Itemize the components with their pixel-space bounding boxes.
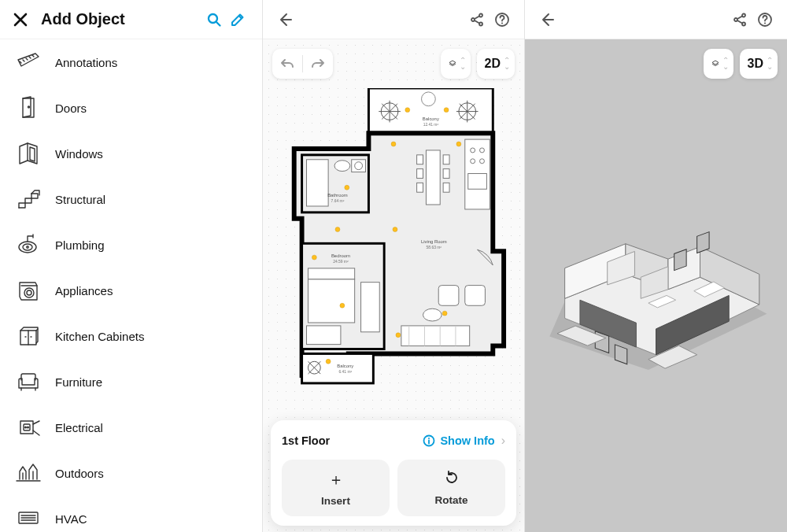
editor-2d-panel: ⌃⌄ 2D ⌃⌄ xyxy=(262,0,524,532)
room-area: 7.64 m² xyxy=(331,199,345,203)
category-label: Furniture xyxy=(55,375,102,389)
svg-point-7 xyxy=(25,427,27,428)
pencil-icon xyxy=(230,12,246,28)
search-button[interactable] xyxy=(202,8,226,31)
edit-button[interactable] xyxy=(226,8,249,31)
svg-point-53 xyxy=(335,227,340,232)
canvas-2d[interactable]: ⌃⌄ 2D ⌃⌄ xyxy=(263,39,524,532)
room-area: 12.41 m² xyxy=(423,123,439,127)
rotate-button[interactable]: Rotate xyxy=(397,460,505,516)
close-button[interactable] xyxy=(8,7,33,32)
view-mode-label: 2D xyxy=(485,57,501,71)
back-button[interactable] xyxy=(534,7,560,32)
svg-rect-41 xyxy=(465,139,490,209)
room-area: 24.59 m² xyxy=(333,260,349,264)
search-icon xyxy=(206,12,222,28)
redo-button[interactable] xyxy=(303,49,333,79)
svg-point-51 xyxy=(391,142,396,146)
doors-icon xyxy=(14,94,42,122)
undo-button[interactable] xyxy=(272,49,302,79)
share-icon xyxy=(732,12,748,28)
category-label: HVAC xyxy=(55,512,87,526)
structural-icon xyxy=(14,185,42,213)
layers-button[interactable]: ⌃⌄ xyxy=(704,49,733,79)
category-kitchen-cabinets[interactable]: Kitchen Cabinets xyxy=(0,313,262,359)
category-structural[interactable]: Structural xyxy=(0,176,262,222)
category-label: Kitchen Cabinets xyxy=(55,330,144,343)
floating-toolbar-2d: ⌃⌄ 2D ⌃⌄ xyxy=(263,49,524,79)
svg-point-8 xyxy=(28,427,29,428)
furniture-icon xyxy=(14,368,42,396)
rotate-label: Rotate xyxy=(434,494,467,506)
room-label: Living Room xyxy=(421,239,447,244)
undo-icon xyxy=(280,57,294,70)
svg-point-56 xyxy=(396,333,401,338)
chevron-updown-icon: ⌃⌄ xyxy=(767,57,773,70)
svg-rect-28 xyxy=(308,279,354,323)
category-electrical[interactable]: Electrical xyxy=(0,405,262,450)
svg-rect-48 xyxy=(438,286,459,306)
annotations-icon xyxy=(14,48,42,76)
room-label: Bathroom xyxy=(327,193,348,198)
bottom-sheet: 1st Floor Show Info › ＋ Insert xyxy=(271,420,516,526)
share-button[interactable] xyxy=(727,7,752,32)
add-object-panel: Add Object Annotations Doors Windows xyxy=(0,0,262,532)
layers-icon xyxy=(449,56,456,72)
svg-point-63 xyxy=(734,18,737,21)
svg-rect-29 xyxy=(308,268,354,279)
arrow-left-icon xyxy=(277,12,293,28)
show-info-button[interactable]: Show Info xyxy=(423,434,494,447)
share-button[interactable] xyxy=(464,7,490,32)
svg-point-54 xyxy=(393,227,397,232)
help-icon xyxy=(757,12,773,28)
category-label: Appliances xyxy=(55,284,113,297)
back-button[interactable] xyxy=(272,7,297,32)
svg-point-14 xyxy=(501,22,503,24)
kitchen-cabinets-icon xyxy=(14,322,42,350)
category-outdoors[interactable]: Outdoors xyxy=(0,450,262,496)
svg-rect-39 xyxy=(443,169,449,179)
electrical-icon xyxy=(14,413,42,441)
undo-redo-group xyxy=(272,49,333,79)
svg-rect-47 xyxy=(401,326,470,346)
svg-rect-24 xyxy=(352,160,366,172)
svg-rect-49 xyxy=(465,286,486,306)
svg-point-11 xyxy=(471,18,475,21)
canvas-3d[interactable]: ⌃⌄ 3D ⌃⌄ xyxy=(525,39,787,532)
category-furniture[interactable]: Furniture xyxy=(0,359,262,405)
redo-icon xyxy=(311,57,325,70)
svg-point-33 xyxy=(340,303,345,308)
category-list: Annotations Doors Windows Structural Plu… xyxy=(0,39,262,532)
category-plumbing[interactable]: Plumbing xyxy=(0,222,262,268)
help-button[interactable] xyxy=(490,7,515,32)
category-appliances[interactable]: Appliances xyxy=(0,268,262,313)
svg-point-4 xyxy=(24,288,34,297)
plumbing-icon xyxy=(14,231,42,259)
category-doors[interactable]: Doors xyxy=(0,85,262,131)
svg-rect-35 xyxy=(417,155,423,164)
svg-point-23 xyxy=(334,161,350,172)
svg-point-5 xyxy=(27,290,31,295)
svg-point-62 xyxy=(742,13,745,17)
svg-point-10 xyxy=(479,13,482,17)
svg-rect-40 xyxy=(443,183,449,192)
add-object-header: Add Object xyxy=(0,0,262,39)
category-hvac[interactable]: HVAC xyxy=(0,496,262,532)
show-info-label: Show Info xyxy=(440,434,494,447)
view-mode-selector-2d[interactable]: 2D ⌃⌄ xyxy=(477,49,515,79)
category-label: Plumbing xyxy=(55,238,105,252)
category-windows[interactable]: Windows xyxy=(0,131,262,176)
windows-icon xyxy=(14,139,42,168)
category-label: Outdoors xyxy=(55,467,104,480)
chevron-updown-icon: ⌃⌄ xyxy=(504,57,510,70)
category-annotations[interactable]: Annotations xyxy=(0,39,262,85)
insert-button[interactable]: ＋ Insert xyxy=(282,460,390,516)
layers-button[interactable]: ⌃⌄ xyxy=(441,49,471,79)
view-mode-selector-3d[interactable]: 3D ⌃⌄ xyxy=(740,49,778,79)
svg-point-59 xyxy=(326,359,331,364)
svg-point-26 xyxy=(345,185,349,190)
hvac-icon xyxy=(14,504,42,532)
help-button[interactable] xyxy=(752,7,778,32)
appliances-icon xyxy=(14,276,42,305)
close-icon xyxy=(13,12,28,28)
